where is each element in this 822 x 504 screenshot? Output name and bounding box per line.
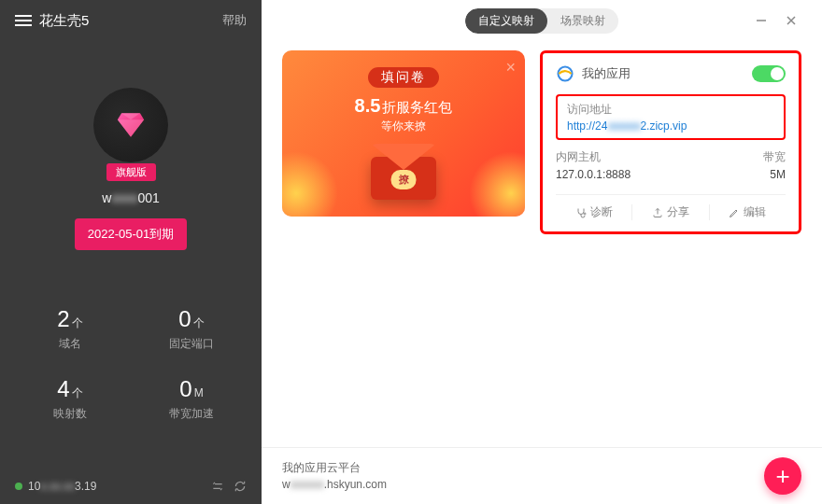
bandwidth-col: 带宽 5M	[730, 149, 786, 181]
diagnose-button[interactable]: 诊断	[556, 204, 631, 220]
promo-close-icon[interactable]: ×	[505, 58, 516, 77]
swap-icon[interactable]	[211, 480, 224, 493]
card-actions: 诊断 分享 编辑	[556, 194, 786, 220]
promo-line1: 8.5折服务红包	[282, 95, 525, 117]
profile: 旗舰版 wxxxx001 2022-05-01到期	[0, 88, 262, 250]
tab-custom-mapping[interactable]: 自定义映射	[465, 8, 547, 34]
help-button[interactable]: 帮助	[222, 12, 247, 29]
stat-ports[interactable]: 0个固定端口	[131, 306, 252, 352]
address-label: 访问地址	[567, 102, 774, 118]
username: wxxxx001	[0, 190, 262, 205]
sidebar-footer: 10x.xx.xx3.19	[0, 469, 262, 504]
address-box: 访问地址 http://24xxxxxxx2.zicp.vip	[556, 94, 786, 140]
mapping-tabs: 自定义映射 场景映射	[465, 8, 618, 34]
sidebar-header: 花生壳5 帮助	[0, 0, 262, 41]
promo-title: 填问卷	[368, 67, 439, 88]
host-col: 内网主机 127.0.0.1:8888	[556, 149, 730, 181]
mapping-card: 我的应用 访问地址 http://24xxxxxxx2.zicp.vip 内网主…	[540, 50, 801, 234]
share-button[interactable]: 分享	[631, 204, 709, 220]
promo-line2: 等你来撩	[282, 119, 525, 134]
refresh-icon[interactable]	[234, 480, 247, 493]
add-mapping-button[interactable]: +	[764, 457, 801, 495]
card-title: 我的应用	[582, 65, 631, 82]
bandwidth-value: 5M	[730, 168, 786, 181]
host-value: 127.0.0.1:8888	[556, 168, 730, 181]
main-panel: 自定义映射 场景映射 × 填问卷 8.5折服务红包 等你来撩 撩 我的应用 访问…	[262, 0, 822, 504]
pencil-icon	[729, 207, 740, 218]
stat-mappings[interactable]: 4个映射数	[9, 376, 131, 422]
tab-scene-mapping[interactable]: 场景映射	[547, 8, 618, 34]
diamond-icon	[115, 109, 147, 141]
plus-icon: +	[775, 462, 789, 491]
ip-address: 10x.xx.xx3.19	[28, 480, 96, 493]
expiry-badge[interactable]: 2022-05-01到期	[75, 218, 188, 250]
platform-domain[interactable]: wxxxxxx.hskyun.com	[282, 476, 387, 493]
share-icon	[652, 207, 663, 218]
stat-domains[interactable]: 2个域名	[9, 306, 131, 352]
bottom-bar: 我的应用云平台 wxxxxxx.hskyun.com +	[262, 447, 822, 504]
app-title: 花生壳5	[39, 12, 89, 30]
content-area: × 填问卷 8.5折服务红包 等你来撩 撩 我的应用 访问地址 http://2…	[262, 41, 822, 447]
menu-icon[interactable]	[15, 15, 32, 26]
platform-label: 我的应用云平台	[282, 459, 387, 476]
stats-grid: 2个域名 0个固定端口 4个映射数 0M带宽加速	[0, 306, 262, 446]
card-header: 我的应用	[556, 64, 786, 83]
ie-icon	[556, 64, 574, 83]
card-info-row: 内网主机 127.0.0.1:8888 带宽 5M	[556, 149, 786, 181]
sidebar: 花生壳5 帮助 旗舰版 wxxxx001 2022-05-01到期 2个域名 0…	[0, 0, 262, 504]
minimize-button[interactable]	[747, 7, 775, 35]
svg-point-1	[584, 213, 586, 215]
close-button[interactable]	[777, 7, 805, 35]
cloud-platform-info: 我的应用云平台 wxxxxxx.hskyun.com	[282, 459, 387, 493]
status-dot-icon	[15, 483, 22, 490]
topbar: 自定义映射 场景映射	[262, 0, 822, 41]
address-link[interactable]: http://24xxxxxxx2.zicp.vip	[567, 119, 774, 133]
edit-button[interactable]: 编辑	[710, 204, 786, 220]
avatar[interactable]	[93, 88, 168, 162]
envelope-button[interactable]: 撩	[391, 170, 417, 189]
promo-banner[interactable]: × 填问卷 8.5折服务红包 等你来撩 撩	[282, 50, 525, 217]
envelope-icon: 撩	[371, 144, 436, 200]
edition-badge: 旗舰版	[106, 163, 156, 181]
stethoscope-icon	[575, 207, 587, 218]
stat-bandwidth[interactable]: 0M带宽加速	[131, 376, 252, 422]
enable-toggle[interactable]	[752, 65, 786, 82]
